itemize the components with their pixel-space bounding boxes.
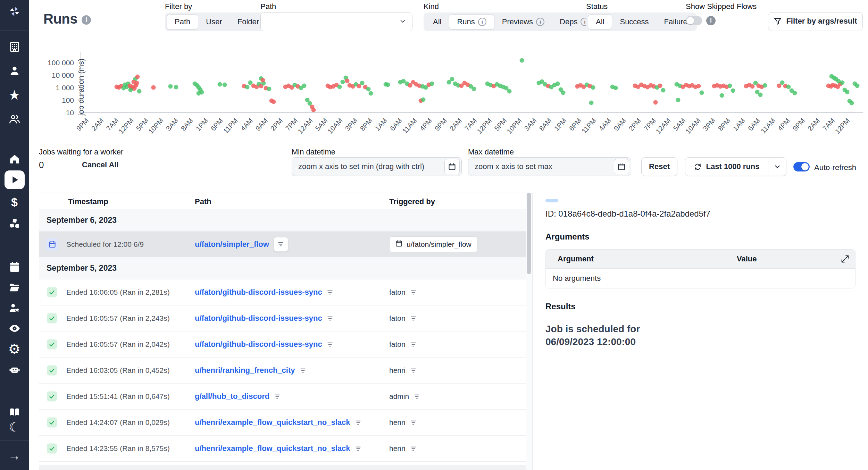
run-row[interactable]: Ended 16:06:05 (Ran in 2,281s)u/faton/gi…: [39, 279, 526, 305]
arguments-heading: Arguments: [545, 232, 856, 242]
run-path-link[interactable]: u/faton/simpler_flow: [195, 240, 269, 249]
filter-by-path-icon[interactable]: [327, 289, 333, 296]
date-group-header: September 6, 2023: [39, 209, 526, 232]
favorites-star-icon[interactable]: [7, 87, 22, 103]
status-all[interactable]: All: [588, 14, 612, 30]
runs-play-icon-selected[interactable]: [5, 170, 25, 189]
filter-by-path-icon[interactable]: [274, 393, 281, 400]
success-run-dot: [366, 87, 371, 91]
workspace-building-icon[interactable]: [7, 39, 22, 54]
filter-by-path-icon[interactable]: [327, 341, 333, 348]
user-groups-icon[interactable]: [7, 111, 22, 127]
filter-by-path-chip[interactable]: [274, 237, 288, 252]
filter-args-result-button[interactable]: Filter by args/result: [768, 12, 863, 30]
y-tick: 10 000: [52, 71, 74, 79]
run-path-link[interactable]: u/faton/github-discord-issues-sync: [195, 288, 322, 297]
run-row[interactable]: Ended 16:05:57 (Ran in 2,243s)u/faton/gi…: [39, 305, 526, 331]
run-row[interactable]: Ended 16:05:57 (Ran in 2,042s)u/faton/gi…: [39, 331, 526, 358]
user-icon[interactable]: [7, 63, 22, 78]
success-check-icon: [47, 287, 57, 297]
reset-button[interactable]: Reset: [641, 157, 677, 176]
filter-by-path[interactable]: Path: [167, 14, 198, 30]
resources-cubes-icon[interactable]: [7, 216, 22, 231]
path-select[interactable]: [260, 12, 412, 31]
run-path-link[interactable]: u/faton/github-discord-issues-sync: [195, 314, 322, 323]
table-scrollbar[interactable]: [526, 193, 532, 470]
run-row[interactable]: Ended 14:23:55 (Ran in 8,575s)u/henri/ex…: [39, 436, 526, 462]
filter-by-user-icon[interactable]: [410, 367, 417, 374]
run-path-link[interactable]: u/henri/example_flow_quickstart_no_slack: [195, 444, 350, 453]
runs-info-icon[interactable]: [82, 15, 91, 25]
scheduled-run-row[interactable]: Scheduled for 12:00 6/9u/faton/simpler_f…: [39, 232, 526, 257]
success-run-dot: [128, 88, 133, 92]
status-success[interactable]: Success: [612, 14, 656, 30]
show-skipped-info-icon[interactable]: [706, 16, 716, 25]
run-path-link[interactable]: u/henri/example_flow_quickstart_no_slack: [195, 418, 350, 427]
status-segmented: All Success Failure: [586, 12, 697, 31]
run-path-link[interactable]: g/all/hub_to_discord: [195, 392, 269, 401]
success-check-icon: [47, 418, 57, 428]
cancel-all-button[interactable]: Cancel All: [82, 160, 119, 169]
dark-mode-moon-icon[interactable]: [7, 420, 22, 435]
docs-book-icon[interactable]: [7, 404, 22, 420]
success-run-dot: [589, 100, 594, 105]
max-datetime-input[interactable]: zoom x axis to set max: [468, 157, 631, 176]
filter-by-user-icon[interactable]: [410, 419, 417, 426]
filter-by-user-icon[interactable]: [410, 289, 417, 296]
success-run-dot: [731, 88, 735, 93]
run-row[interactable]: Ended 16:03:05 (Ran in 0,452s)u/henri/ra…: [39, 358, 526, 384]
filter-by-user[interactable]: User: [198, 14, 229, 30]
scheduled-calendar-icon: [46, 238, 58, 251]
previews-info-icon[interactable]: [536, 18, 544, 26]
schedules-calendar-icon[interactable]: [7, 259, 22, 275]
kind-previews[interactable]: Previews: [494, 14, 552, 30]
job-duration-chart[interactable]: job duration (ms) 100 00010 0001 0001001…: [80, 52, 863, 113]
max-datetime-calendar-icon[interactable]: [614, 159, 629, 174]
run-path-link[interactable]: u/henri/ranking_french_city: [195, 366, 295, 375]
run-path-link[interactable]: u/faton/github-discord-issues-sync: [195, 340, 322, 349]
failure-run-dot: [260, 78, 265, 82]
run-timestamp: Ended 16:05:57 (Ran in 2,042s): [66, 340, 170, 349]
failure-run-dot: [345, 78, 350, 83]
run-row[interactable]: Ended 14:24:07 (Ran in 0,029s)u/henri/ex…: [39, 410, 526, 436]
filter-by-user-icon[interactable]: [410, 445, 417, 452]
filter-by-segmented: Path User Folder: [165, 12, 268, 31]
windmill-logo-icon[interactable]: [7, 4, 22, 19]
min-datetime-calendar-icon[interactable]: [444, 159, 460, 174]
success-run-dot: [450, 77, 454, 81]
workers-user-gear-icon[interactable]: [7, 300, 22, 316]
y-tick: 10: [66, 109, 74, 117]
filter-by-user-icon[interactable]: [410, 341, 417, 348]
success-run-dot: [368, 91, 373, 95]
success-run-dot: [421, 97, 425, 102]
filter-by-path-icon[interactable]: [355, 419, 361, 426]
col-value: Value: [737, 254, 757, 263]
kind-all[interactable]: All: [425, 14, 449, 30]
filter-by-path-icon[interactable]: [327, 315, 333, 322]
kind-runs[interactable]: Runs: [449, 14, 494, 30]
expand-icon[interactable]: [841, 254, 850, 263]
filter-by-user-icon[interactable]: [414, 393, 420, 400]
usage-dollar-icon[interactable]: [7, 194, 22, 210]
min-datetime-input[interactable]: zoom x axis to set min (drag with ctrl): [292, 157, 462, 176]
success-check-icon: [47, 392, 57, 402]
settings-gear-icon[interactable]: [7, 341, 22, 356]
collapse-arrow-icon[interactable]: [7, 448, 22, 463]
scrollbar-thumb[interactable]: [527, 193, 531, 274]
filter-by-user-icon[interactable]: [410, 315, 417, 322]
failure-run-dot: [311, 108, 316, 112]
auto-refresh-toggle[interactable]: [793, 162, 810, 171]
folders-folder-icon[interactable]: [7, 280, 22, 295]
filter-by-path-icon[interactable]: [355, 445, 361, 452]
ai-robot-icon[interactable]: [7, 362, 22, 377]
jobs-waiting-label: Jobs waiting for a worker: [39, 148, 123, 157]
filter-by-path-icon[interactable]: [300, 367, 306, 374]
last-runs-dropdown[interactable]: [768, 158, 786, 176]
home-icon[interactable]: [7, 151, 22, 167]
run-row[interactable]: Ended 15:51:41 (Ran in 0,647s)g/all/hub_…: [39, 384, 526, 410]
show-skipped-toggle[interactable]: [686, 16, 702, 25]
last-runs-button[interactable]: Last 1000 runs: [685, 158, 768, 176]
show-skipped-label: Show Skipped Flows: [686, 2, 757, 11]
runs-kind-info-icon[interactable]: [478, 18, 486, 26]
audit-eye-icon[interactable]: [7, 321, 22, 336]
